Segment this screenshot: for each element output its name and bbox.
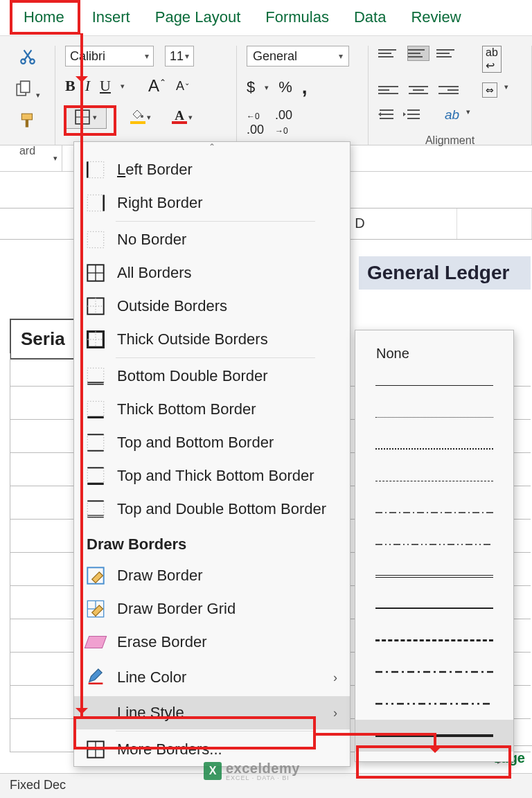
menu-left-border[interactable]: Left Border	[74, 153, 350, 186]
align-bottom-icon[interactable]	[436, 46, 459, 61]
copy-icon[interactable]: ▾	[15, 80, 40, 101]
line-style-dash-dot[interactable]	[355, 497, 513, 529]
menu-no-border[interactable]: No Border	[74, 223, 350, 256]
decrease-decimal-button[interactable]: .00→0	[275, 108, 292, 137]
menu-erase-border[interactable]: Erase Border	[74, 626, 350, 659]
line-style-dotted[interactable]	[355, 433, 513, 465]
watermark-tagline: EXCEL · DATA · BI	[226, 774, 300, 781]
alignment-group: ab↩ ⇔▾ ab▾ Alignment	[369, 46, 532, 145]
pencil-icon	[87, 666, 105, 689]
align-left-icon[interactable]	[378, 82, 400, 98]
format-painter-icon[interactable]	[19, 112, 37, 134]
line-style-hair[interactable]	[355, 401, 513, 433]
menu-top-thick-bottom-border[interactable]: Top and Thick Bottom Border	[74, 459, 350, 493]
chevron-right-icon: ›	[333, 706, 337, 720]
svg-point-0	[21, 59, 26, 64]
line-style-dash-dot-dot[interactable]	[355, 529, 513, 560]
font-name-value: Calibri	[70, 49, 105, 64]
line-style-medium-dash-dot-dot[interactable]	[355, 688, 513, 720]
status-fixed-decimal: Fixed Dec	[10, 778, 66, 792]
align-middle-icon[interactable]	[407, 46, 429, 61]
eraser-icon	[85, 636, 107, 648]
bold-button[interactable]: B	[65, 77, 76, 95]
svg-rect-35	[87, 501, 103, 517]
borders-button[interactable]: ▾	[65, 105, 107, 129]
underline-button[interactable]: U	[100, 77, 111, 95]
menu-bottom-double-border[interactable]: Bottom Double Border	[74, 360, 350, 393]
line-style-medium[interactable]	[355, 592, 513, 624]
menu-draw-border[interactable]: Draw Border	[74, 559, 350, 592]
tab-home[interactable]: Home	[0, 6, 80, 29]
decrease-font-icon[interactable]: A⌄	[176, 79, 190, 94]
svg-rect-24	[87, 368, 103, 384]
svg-rect-5	[25, 120, 28, 127]
svg-rect-12	[87, 195, 103, 211]
menu-draw-borders-heading: Draw Borders	[74, 526, 350, 559]
increase-indent-icon[interactable]	[403, 107, 421, 125]
line-style-medium-dash-dot[interactable]	[355, 656, 513, 688]
borders-dropdown-menu: ⌃ Left Border Right Border No Border All…	[73, 141, 351, 767]
number-format-combo[interactable]: General▾	[247, 46, 349, 66]
menu-all-borders[interactable]: All Borders	[74, 256, 350, 290]
svg-rect-10	[87, 161, 103, 177]
menu-outside-borders[interactable]: Outside Borders	[74, 290, 350, 323]
number-group: General▾ $▾ % , ←0.00 .00→0	[237, 46, 369, 145]
svg-point-1	[30, 59, 35, 64]
watermark: X exceldemy EXCEL · DATA · BI	[204, 761, 300, 781]
svg-rect-27	[87, 401, 103, 417]
increase-decimal-button[interactable]: ←0.00	[247, 108, 264, 137]
svg-rect-29	[87, 434, 103, 450]
svg-rect-43	[89, 682, 103, 684]
ribbon-tabs: Home Insert Page Layout Formulas Data Re…	[0, 0, 532, 36]
line-style-thin[interactable]	[355, 369, 513, 401]
percent-button[interactable]: %	[278, 78, 292, 96]
menu-right-border[interactable]: Right Border	[74, 186, 350, 220]
font-color-icon: A	[172, 110, 187, 124]
clipboard-label: ard	[19, 145, 35, 160]
number-format-value: General	[253, 49, 297, 64]
wrap-text-button[interactable]: ab↩	[482, 46, 502, 73]
increase-font-icon[interactable]: A⌃	[148, 76, 166, 96]
font-size-value: 11	[170, 49, 184, 64]
tab-insert[interactable]: Insert	[80, 6, 143, 29]
tab-review[interactable]: Review	[398, 6, 473, 29]
font-size-combo[interactable]: 11▾	[165, 46, 194, 66]
align-center-icon[interactable]	[407, 82, 429, 98]
line-style-double[interactable]	[355, 560, 513, 592]
merge-center-button[interactable]: ⇔	[482, 82, 497, 98]
tab-formulas[interactable]: Formulas	[253, 6, 342, 29]
watermark-logo-icon: X	[204, 762, 222, 780]
line-style-medium-dashed[interactable]	[355, 624, 513, 656]
line-style-none[interactable]: None	[355, 337, 513, 369]
cut-icon[interactable]	[19, 47, 37, 69]
svg-rect-14	[87, 231, 103, 247]
align-right-icon[interactable]	[436, 82, 459, 98]
menu-scroll-up-icon[interactable]: ⌃	[74, 142, 350, 153]
currency-button[interactable]: $	[247, 78, 255, 96]
ledger-title-cell[interactable]: General Ledger	[359, 256, 531, 290]
clipboard-group: ▾ ard	[0, 46, 55, 145]
menu-line-style[interactable]: Line Style ›	[74, 696, 350, 729]
menu-draw-border-grid[interactable]: Draw Border Grid	[74, 592, 350, 626]
decrease-indent-icon[interactable]	[378, 107, 396, 125]
menu-top-double-bottom-border[interactable]: Top and Double Bottom Border	[74, 493, 350, 526]
menu-top-and-bottom-border[interactable]: Top and Bottom Border	[74, 426, 350, 459]
comma-button[interactable]: ,	[302, 76, 308, 98]
fill-color-button[interactable]: ▾	[130, 110, 151, 124]
fill-color-icon	[130, 110, 145, 124]
annotation-arrow-vertical	[80, 33, 83, 719]
line-style-submenu: None	[355, 330, 514, 762]
svg-point-9	[141, 115, 143, 118]
svg-rect-4	[21, 114, 32, 120]
font-name-combo[interactable]: Calibri▾	[65, 46, 154, 66]
chevron-right-icon: ›	[333, 671, 337, 685]
line-style-dashed[interactable]	[355, 465, 513, 497]
font-color-button[interactable]: A▾	[172, 110, 193, 124]
tab-data[interactable]: Data	[342, 6, 398, 29]
tab-page-layout[interactable]: Page Layout	[143, 6, 254, 29]
menu-thick-bottom-border[interactable]: Thick Bottom Border	[74, 393, 350, 426]
orientation-button[interactable]: ab	[445, 107, 459, 125]
menu-thick-outside-borders[interactable]: Thick Outside Borders	[74, 323, 350, 356]
menu-line-color[interactable]: Line Color ›	[74, 659, 350, 696]
align-top-icon[interactable]	[378, 46, 400, 61]
